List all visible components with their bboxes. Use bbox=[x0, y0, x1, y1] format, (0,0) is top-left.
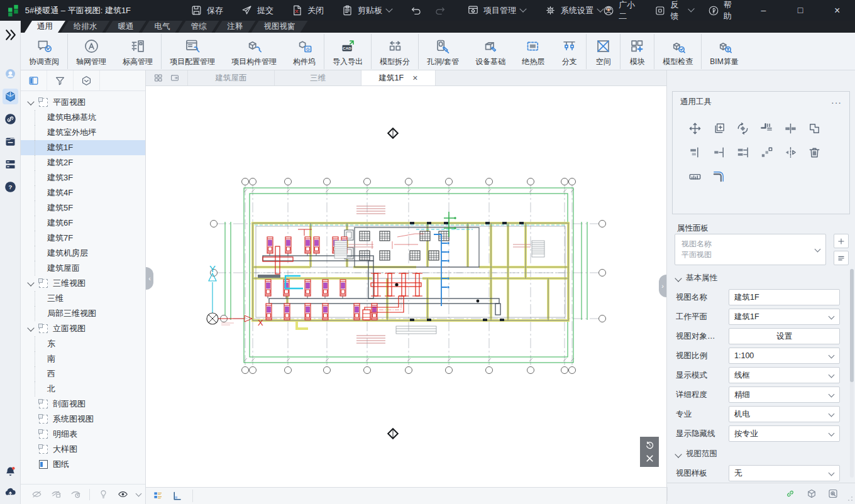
mirror-tool[interactable] bbox=[778, 140, 802, 164]
ribbon-tab[interactable]: 给排水 bbox=[61, 21, 110, 33]
hole-sleeve[interactable]: 孔洞/套管 bbox=[419, 34, 467, 69]
tree-item[interactable]: 西 bbox=[21, 366, 145, 381]
visibility-icon[interactable] bbox=[117, 488, 129, 500]
bell-icon[interactable] bbox=[3, 464, 18, 479]
copy-tool[interactable] bbox=[707, 116, 731, 140]
feedback-button[interactable]: 反馈 bbox=[654, 0, 693, 22]
project-management-menu[interactable]: 项目管理 bbox=[467, 4, 526, 16]
link-model-icon[interactable] bbox=[785, 488, 796, 500]
clipboard-button[interactable]: 剪贴板 bbox=[341, 4, 392, 16]
tree-item[interactable]: 东 bbox=[21, 336, 145, 351]
coordination-review[interactable]: 协调查阅 bbox=[21, 34, 68, 69]
insulation-layer[interactable]: 绝热层 bbox=[514, 34, 553, 69]
cloud-upload-icon[interactable] bbox=[3, 485, 18, 500]
close-tab-icon[interactable]: × bbox=[412, 73, 417, 83]
level-management[interactable]: 标高管理 bbox=[114, 34, 162, 69]
tree-item[interactable]: 建筑机房层 bbox=[21, 246, 145, 261]
list-panel-icon[interactable] bbox=[3, 156, 18, 172]
help-button[interactable]: 帮助 bbox=[708, 0, 739, 22]
viewport[interactable]: Y X ‹ › bbox=[146, 86, 666, 487]
maximize-button[interactable]: □ bbox=[789, 0, 812, 21]
tree-item[interactable]: 建筑7F bbox=[21, 231, 145, 246]
delete-tool[interactable] bbox=[802, 140, 826, 164]
property-control[interactable]: 机电 bbox=[729, 406, 840, 422]
property-control[interactable]: 建筑1F bbox=[729, 309, 840, 325]
ribbon-tab[interactable]: 暖通 bbox=[106, 21, 146, 33]
tree-item[interactable]: 剖面视图 bbox=[21, 397, 145, 412]
pipe-elbow-tool[interactable] bbox=[707, 164, 731, 188]
bim-quantity[interactable]: BIM算量 bbox=[702, 34, 746, 69]
model-cube-icon[interactable] bbox=[806, 488, 817, 500]
ribbon-tab[interactable]: 管综 bbox=[179, 21, 219, 33]
list-button[interactable] bbox=[834, 251, 849, 265]
project-config-management[interactable]: 项目配置管理 bbox=[162, 34, 223, 69]
reset-hidden-icon[interactable] bbox=[70, 488, 82, 500]
tile-views-icon[interactable] bbox=[153, 73, 163, 83]
tree-item[interactable]: 建筑室外地坪 bbox=[21, 125, 145, 140]
tree-item[interactable]: 南 bbox=[21, 351, 145, 366]
project-component-management[interactable]: 项目构件管理 bbox=[223, 34, 285, 69]
tree-item[interactable]: 建筑3F bbox=[21, 170, 145, 185]
model-split[interactable]: 模型拆分 bbox=[372, 34, 419, 69]
close-button[interactable]: × bbox=[825, 0, 849, 21]
property-control[interactable]: 无 bbox=[729, 465, 840, 481]
document-tab[interactable]: 建筑屋面× bbox=[188, 70, 275, 85]
measure-tool[interactable] bbox=[683, 164, 707, 188]
space[interactable]: 空间 bbox=[587, 34, 621, 69]
property-control[interactable]: 线框 bbox=[729, 367, 840, 383]
undo-icon[interactable] bbox=[411, 5, 422, 16]
move-tool[interactable] bbox=[683, 116, 707, 140]
help-circle-icon[interactable]: ? bbox=[3, 179, 18, 195]
property-control[interactable]: 建筑1F bbox=[729, 289, 840, 305]
model-views-icon[interactable] bbox=[3, 89, 18, 104]
tree-item[interactable]: 建筑6F bbox=[21, 216, 145, 231]
package-icon[interactable] bbox=[74, 70, 100, 91]
zoom-region-icon[interactable] bbox=[827, 488, 839, 500]
close-icon[interactable] bbox=[644, 453, 655, 464]
align-distribute-tool[interactable] bbox=[731, 140, 754, 164]
property-control[interactable]: 设置 bbox=[729, 328, 840, 344]
add-button[interactable] bbox=[834, 234, 849, 248]
combine-tool[interactable] bbox=[802, 116, 826, 140]
tree-item[interactable]: 局部三维视图 bbox=[21, 306, 145, 321]
expand-panel-icon[interactable] bbox=[3, 27, 18, 43]
ribbon-tab[interactable]: 通用 bbox=[25, 21, 65, 33]
redo-icon[interactable] bbox=[434, 5, 446, 16]
tree-item[interactable]: 建筑屋面 bbox=[21, 261, 145, 276]
assistant-icon[interactable] bbox=[3, 66, 18, 82]
tree-item[interactable]: 明细表 bbox=[21, 427, 145, 442]
view-type-selector[interactable]: 视图名称 平面视图 bbox=[675, 234, 826, 265]
collapse-right-handle[interactable]: › bbox=[659, 275, 666, 297]
document-tab[interactable]: 三维× bbox=[275, 70, 361, 85]
module[interactable]: 模块 bbox=[621, 34, 654, 69]
panel-layout-icon[interactable] bbox=[21, 70, 47, 91]
tree-item[interactable]: 建筑1F bbox=[21, 140, 145, 155]
properties-scrollbar[interactable] bbox=[850, 269, 854, 478]
filter-icon[interactable] bbox=[47, 70, 74, 91]
scrollbar-thumb[interactable] bbox=[850, 269, 854, 382]
resize-grip[interactable] bbox=[846, 495, 852, 501]
tree-item[interactable]: 建筑2F bbox=[21, 155, 145, 170]
hide-category-icon[interactable] bbox=[50, 488, 62, 500]
property-control[interactable]: 精细 bbox=[729, 386, 840, 403]
model-check[interactable]: 模型检查 bbox=[654, 34, 702, 69]
tree-item[interactable]: 建筑4F bbox=[21, 185, 145, 200]
more-menu-icon[interactable]: ··· bbox=[831, 100, 842, 105]
user-account[interactable]: 广小二 bbox=[603, 0, 641, 22]
tree-item[interactable]: 系统图视图 bbox=[21, 412, 145, 427]
ribbon-tab[interactable]: 电气 bbox=[142, 21, 183, 33]
history-icon[interactable] bbox=[644, 440, 655, 451]
system-settings-menu[interactable]: 系统设置 bbox=[544, 4, 603, 16]
tree-item[interactable]: 立面视图 bbox=[21, 321, 145, 336]
save-button[interactable]: 保存 bbox=[190, 4, 223, 16]
tree-item[interactable]: 大样图 bbox=[21, 442, 145, 457]
property-control[interactable]: 1:100 bbox=[729, 348, 840, 364]
ribbon-tab[interactable]: 视图视窗 bbox=[251, 21, 308, 33]
minimize-button[interactable]: – bbox=[752, 0, 775, 21]
trim-corner-tool[interactable] bbox=[754, 116, 778, 140]
tree-item[interactable]: 建筑5F bbox=[21, 200, 145, 216]
link-icon[interactable] bbox=[3, 111, 18, 127]
view-list-icon[interactable] bbox=[152, 490, 163, 501]
chevron-down-icon[interactable] bbox=[136, 490, 142, 496]
tree-item[interactable]: 北 bbox=[21, 381, 145, 397]
